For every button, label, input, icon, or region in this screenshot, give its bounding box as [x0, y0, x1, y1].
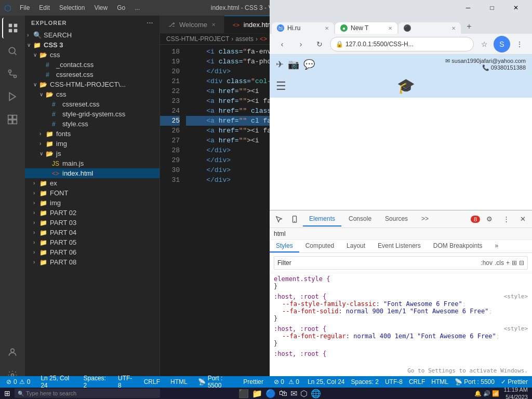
styles-tab-event-listeners[interactable]: Event Listeners	[371, 240, 427, 252]
address-bar[interactable]: 🔒 127.0.0.1:5500/CSS-H...	[330, 37, 474, 51]
br-port[interactable]: 📡 Port : 5500	[455, 378, 495, 385]
devtools-more[interactable]: ⋮	[499, 212, 513, 227]
more-button[interactable]: ⋮	[511, 36, 528, 52]
profile-button[interactable]: S	[494, 36, 510, 52]
status-language[interactable]: HTML	[168, 378, 190, 385]
styles-tab-layout[interactable]: Layout	[340, 240, 371, 252]
sidebar-item-part06[interactable]: › 📁 PART 06	[25, 247, 159, 257]
filter-bar[interactable]: Filter :hov .cls + ⊞ ⊟	[274, 256, 528, 270]
styles-tab-styles[interactable]: Styles	[270, 240, 299, 252]
status-encoding[interactable]: UTF-8	[116, 375, 136, 389]
breadcrumb-file[interactable]: <>	[260, 35, 267, 43]
sidebar-item-project-css[interactable]: ∨ 📂 css	[25, 89, 159, 99]
styles-tab-computed[interactable]: Computed	[299, 240, 340, 252]
br-prettier[interactable]: ✓ Prettier	[501, 378, 528, 385]
tab-welcome[interactable]: ⎇ Welcome ✕	[160, 16, 224, 33]
new-tab-close[interactable]: ✕	[388, 25, 392, 31]
cls-toggle[interactable]: .cls	[495, 259, 504, 267]
devtools-tab-elements[interactable]: Elements	[303, 212, 341, 227]
browser-maximize[interactable]: □	[480, 0, 504, 16]
sidebar-item-style-css[interactable]: # style.css	[25, 119, 159, 129]
sidebar-item-part08[interactable]: › 📁 PART 08	[25, 257, 159, 267]
devtools-tab-sources[interactable]: Sources	[379, 212, 414, 227]
br-warnings[interactable]: ⚠ 0	[288, 378, 299, 385]
taskbar-searchbox[interactable]: 🔍 Type here to search	[15, 389, 160, 398]
vscode-taskbar-icon[interactable]: ⬡	[300, 389, 308, 398]
tab3-close[interactable]: ✕	[451, 25, 456, 31]
sidebar-item-cssreset2[interactable]: # cssreset.css	[25, 99, 159, 109]
hiru-tab-close[interactable]: ✕	[325, 25, 329, 31]
browser-tab-hiru[interactable]: hi Hi.ru ✕	[272, 22, 334, 34]
status-line-ending[interactable]: CRLF	[142, 378, 162, 385]
activity-source-control[interactable]	[2, 63, 23, 84]
add-style[interactable]: +	[506, 259, 510, 267]
sidebar-item-indexhtml[interactable]: <> index.html	[25, 168, 159, 178]
browser-tab-new[interactable]: ● New T ✕	[335, 22, 397, 34]
status-port[interactable]: 📡 Port : 5500	[196, 375, 235, 389]
activity-extensions[interactable]	[2, 109, 23, 130]
status-errors[interactable]: ⊘ 0 ⚠ 0	[4, 378, 32, 385]
menu-go[interactable]: Go	[113, 2, 129, 14]
task-view-icon[interactable]: ⬛	[238, 389, 249, 398]
sidebar-item-js-folder[interactable]: ∨ 📂 js	[25, 149, 159, 158]
telegram-icon[interactable]: ✈	[276, 59, 284, 70]
status-spaces[interactable]: Spaces: 2	[82, 375, 110, 389]
devtools-tab-console[interactable]: Console	[342, 212, 378, 227]
menu-edit[interactable]: Edit	[35, 2, 54, 14]
chrome-icon[interactable]: 🌐	[311, 389, 321, 398]
browser-close[interactable]: ✕	[504, 0, 528, 16]
sidebar-item-mainjs[interactable]: JS main.js	[25, 158, 159, 168]
activity-run[interactable]	[2, 86, 23, 107]
new-rule-icon[interactable]: ⊞	[512, 259, 517, 267]
sidebar-item-css3[interactable]: ∨ 📁 CSS 3	[25, 40, 159, 50]
menu-bar[interactable]: File Edit Selection View Go ...	[16, 2, 144, 14]
whatsapp-icon[interactable]: 💬	[303, 59, 315, 70]
devtools-settings[interactable]: ⚙	[482, 212, 497, 227]
sidebar-item-font[interactable]: › 📁 FONT	[25, 188, 159, 198]
back-button[interactable]: ‹	[274, 36, 290, 52]
sidebar-item-contact-css[interactable]: # _contact.css	[25, 60, 159, 70]
sidebar-item-cssreset[interactable]: # cssreset.css	[25, 70, 159, 79]
browser-new-tab-btn[interactable]: +	[462, 19, 476, 34]
menu-file[interactable]: File	[16, 2, 34, 14]
hov-toggle[interactable]: :hov	[481, 259, 493, 267]
hamburger-icon[interactable]: ☰	[276, 79, 286, 93]
activity-explorer[interactable]	[2, 18, 23, 38]
bookmark-button[interactable]: ☆	[476, 36, 493, 52]
mail-icon[interactable]: ✉	[290, 389, 297, 398]
styles-tab-more[interactable]: »	[489, 240, 505, 252]
sidebar-item-ex[interactable]: › 📁 ex	[25, 178, 159, 188]
menu-selection[interactable]: Selection	[55, 2, 89, 14]
sidebar-item-img2[interactable]: › 📁 img	[25, 198, 159, 208]
sidebar-item-search[interactable]: › 🔍 SEARCH	[25, 30, 159, 40]
devtools-close[interactable]: ✕	[515, 212, 530, 227]
devtools-inspector[interactable]	[272, 212, 286, 227]
forward-button[interactable]: ›	[292, 36, 309, 52]
browser-win-controls[interactable]: ─ □ ✕	[456, 0, 528, 16]
activity-search[interactable]	[2, 41, 23, 61]
element-html[interactable]: html	[274, 230, 286, 237]
windows-start-icon[interactable]: ⊞	[4, 389, 10, 397]
breadcrumb-project[interactable]: CSS-HTML-PROJECT	[166, 35, 229, 43]
activity-account[interactable]	[2, 342, 23, 363]
sidebar-item-img[interactable]: › 📁 img	[25, 139, 159, 149]
sidebar-more[interactable]: ···	[147, 20, 153, 26]
sidebar-item-part04[interactable]: › 📁 PART 04	[25, 228, 159, 237]
instagram-icon[interactable]: 📷	[288, 59, 299, 70]
menu-more[interactable]: ...	[130, 2, 144, 14]
sidebar-item-project-folder[interactable]: ∨ 📂 CSS-HTML-PROJECT\...	[25, 79, 159, 89]
menu-view[interactable]: View	[90, 2, 112, 14]
styles-tab-dom-breakpoints[interactable]: DOM Breakpoints	[427, 240, 489, 252]
sidebar-item-part05[interactable]: › 📁 PART 05	[25, 237, 159, 247]
sidebar-item-css-folder[interactable]: ∨ 📂 css	[25, 50, 159, 60]
sidebar-item-grid-system[interactable]: # style-grid-system.css	[25, 109, 159, 119]
file-explorer-icon[interactable]: 📁	[252, 389, 262, 398]
status-prettier[interactable]: Prettier	[241, 378, 265, 385]
breadcrumb-assets[interactable]: assets	[235, 35, 254, 43]
status-position[interactable]: Ln 25, Col 24	[38, 375, 75, 389]
browser-tab-3[interactable]: ⚫ ✕	[398, 22, 461, 34]
tab-close-welcome[interactable]: ✕	[211, 22, 216, 28]
sidebar-item-part02[interactable]: › 📁 PART 02	[25, 208, 159, 218]
devtools-mobile[interactable]	[287, 212, 302, 227]
toggle-icon[interactable]: ⊟	[519, 259, 524, 267]
